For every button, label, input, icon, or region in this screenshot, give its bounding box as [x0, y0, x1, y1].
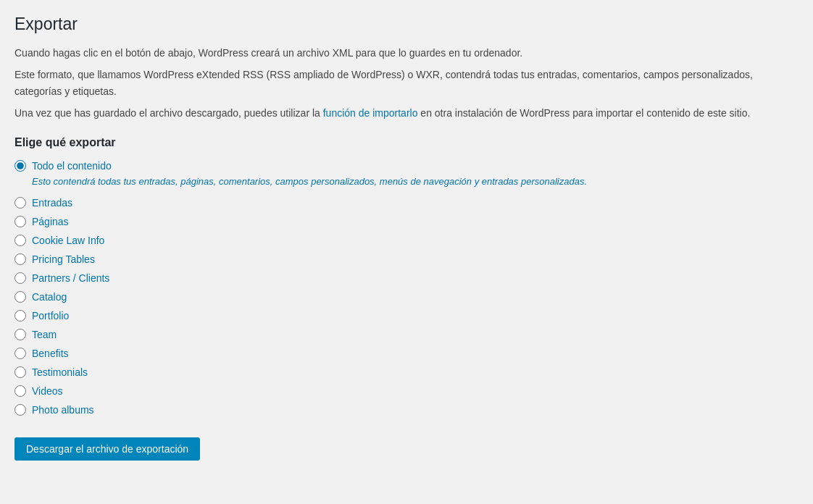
radio-hint-all: Esto contendrá todas tus entradas, págin… [32, 175, 799, 189]
radio-input-benefits[interactable] [14, 348, 26, 359]
radio-input-entradas[interactable] [14, 197, 26, 209]
radio-label-catalog[interactable]: Catalog [32, 291, 67, 303]
description-3-suffix: en otra instalación de WordPress para im… [417, 107, 750, 119]
radio-option-cookie: Cookie Law Info [14, 235, 799, 246]
export-options-group: Todo el contenidoEsto contendrá todas tu… [14, 160, 799, 416]
radio-input-all[interactable] [14, 160, 26, 172]
description-1: Cuando hagas clic en el botón de abajo, … [14, 45, 799, 61]
description-3-prefix: Una vez que has guardado el archivo desc… [14, 107, 323, 119]
radio-label-team[interactable]: Team [32, 329, 57, 340]
radio-input-testimonials[interactable] [14, 366, 26, 378]
radio-label-paginas[interactable]: Páginas [32, 216, 69, 227]
radio-input-catalog[interactable] [14, 291, 26, 303]
radio-label-pricing[interactable]: Pricing Tables [32, 253, 95, 265]
radio-input-pricing[interactable] [14, 253, 26, 265]
description-3: Una vez que has guardado el archivo desc… [14, 105, 799, 121]
radio-option-partners: Partners / Clients [14, 272, 799, 284]
radio-option-paginas: Páginas [14, 216, 799, 227]
radio-label-testimonials[interactable]: Testimonials [32, 366, 88, 378]
radio-option-team: Team [14, 329, 799, 340]
radio-input-partners[interactable] [14, 272, 26, 284]
radio-option-catalog: Catalog [14, 291, 799, 303]
page-title: Exportar [14, 14, 799, 34]
section-title: Elige qué exportar [14, 136, 799, 149]
radio-input-videos[interactable] [14, 385, 26, 397]
radio-label-benefits[interactable]: Benefits [32, 348, 69, 359]
description-block: Cuando hagas clic en el botón de abajo, … [14, 45, 799, 122]
radio-option-benefits: Benefits [14, 348, 799, 359]
radio-label-photoalbums[interactable]: Photo albums [32, 404, 94, 416]
download-export-button[interactable]: Descargar el archivo de exportación [14, 437, 200, 461]
radio-label-portfolio[interactable]: Portfolio [32, 310, 69, 322]
radio-label-all[interactable]: Todo el contenido [32, 160, 112, 172]
radio-input-portfolio[interactable] [14, 310, 26, 322]
radio-option-all: Todo el contenido [14, 160, 799, 172]
radio-option-entradas: Entradas [14, 197, 799, 209]
description-2: Este formato, que llamamos WordPress eXt… [14, 67, 799, 99]
radio-label-cookie[interactable]: Cookie Law Info [32, 235, 104, 246]
radio-input-cookie[interactable] [14, 235, 26, 246]
import-link[interactable]: función de importarlo [323, 107, 418, 119]
radio-option-videos: Videos [14, 385, 799, 397]
radio-label-videos[interactable]: Videos [32, 385, 63, 397]
radio-option-photoalbums: Photo albums [14, 404, 799, 416]
radio-option-testimonials: Testimonials [14, 366, 799, 378]
radio-label-entradas[interactable]: Entradas [32, 197, 72, 209]
radio-input-photoalbums[interactable] [14, 404, 26, 416]
radio-input-team[interactable] [14, 329, 26, 340]
radio-label-partners[interactable]: Partners / Clients [32, 272, 109, 284]
radio-input-paginas[interactable] [14, 216, 26, 227]
radio-option-pricing: Pricing Tables [14, 253, 799, 265]
radio-option-portfolio: Portfolio [14, 310, 799, 322]
